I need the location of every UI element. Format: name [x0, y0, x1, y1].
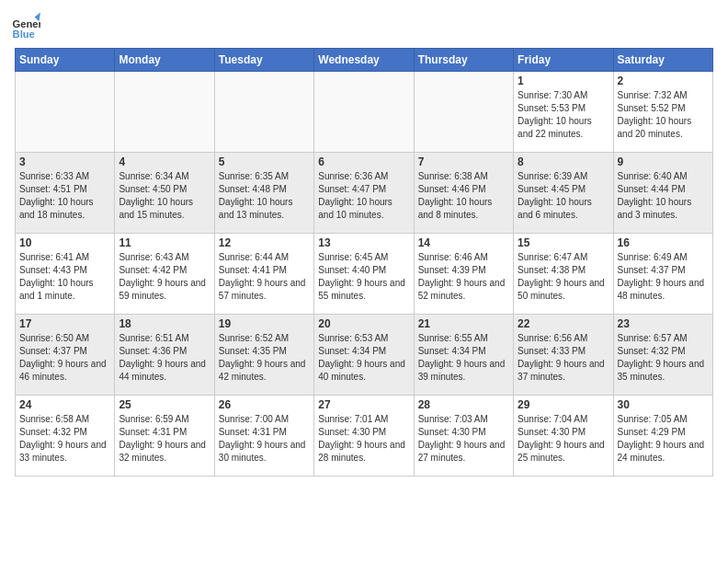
day-number: 17 — [19, 317, 110, 330]
day-info: Sunrise: 6:33 AMSunset: 4:51 PMDaylight:… — [19, 170, 110, 222]
calendar-cell: 5Sunrise: 6:35 AMSunset: 4:48 PMDaylight… — [214, 153, 313, 234]
calendar-cell — [414, 72, 513, 153]
day-info: Sunrise: 6:46 AMSunset: 4:39 PMDaylight:… — [418, 251, 509, 303]
day-number: 22 — [518, 317, 609, 330]
calendar-week-row: 10Sunrise: 6:41 AMSunset: 4:43 PMDayligh… — [16, 234, 713, 315]
day-info: Sunrise: 7:00 AMSunset: 4:31 PMDaylight:… — [219, 413, 310, 465]
day-info: Sunrise: 6:47 AMSunset: 4:38 PMDaylight:… — [518, 251, 609, 303]
calendar-header-monday: Monday — [115, 49, 214, 72]
day-info: Sunrise: 6:45 AMSunset: 4:40 PMDaylight:… — [318, 251, 409, 303]
day-number: 9 — [618, 155, 709, 168]
calendar-cell: 8Sunrise: 6:39 AMSunset: 4:45 PMDaylight… — [514, 153, 613, 234]
calendar-cell: 7Sunrise: 6:38 AMSunset: 4:46 PMDaylight… — [414, 153, 513, 234]
calendar-cell: 22Sunrise: 6:56 AMSunset: 4:33 PMDayligh… — [514, 315, 613, 396]
day-number: 5 — [219, 155, 310, 168]
day-number: 13 — [318, 236, 409, 249]
day-info: Sunrise: 6:55 AMSunset: 4:34 PMDaylight:… — [418, 332, 509, 384]
svg-text:General: General — [13, 18, 40, 29]
day-number: 7 — [418, 155, 509, 168]
calendar-cell — [214, 72, 313, 153]
calendar-cell: 11Sunrise: 6:43 AMSunset: 4:42 PMDayligh… — [115, 234, 214, 315]
calendar-cell: 3Sunrise: 6:33 AMSunset: 4:51 PMDaylight… — [16, 153, 115, 234]
calendar-cell: 30Sunrise: 7:05 AMSunset: 4:29 PMDayligh… — [613, 396, 712, 477]
day-number: 16 — [618, 236, 709, 249]
calendar-cell — [314, 72, 414, 153]
calendar-cell: 20Sunrise: 6:53 AMSunset: 4:34 PMDayligh… — [314, 315, 414, 396]
day-number: 21 — [418, 317, 509, 330]
day-info: Sunrise: 6:41 AMSunset: 4:43 PMDaylight:… — [19, 251, 110, 303]
day-info: Sunrise: 7:04 AMSunset: 4:30 PMDaylight:… — [518, 413, 609, 465]
calendar-cell — [16, 72, 115, 153]
calendar-cell: 26Sunrise: 7:00 AMSunset: 4:31 PMDayligh… — [214, 396, 313, 477]
calendar-cell: 9Sunrise: 6:40 AMSunset: 4:44 PMDaylight… — [613, 153, 712, 234]
day-number: 24 — [19, 398, 110, 411]
logo-icon: General Blue — [11, 11, 40, 40]
day-number: 2 — [618, 75, 709, 87]
day-info: Sunrise: 6:50 AMSunset: 4:37 PMDaylight:… — [19, 332, 110, 384]
calendar-header-friday: Friday — [514, 49, 613, 72]
day-number: 29 — [518, 398, 609, 411]
calendar-cell: 29Sunrise: 7:04 AMSunset: 4:30 PMDayligh… — [514, 396, 613, 477]
calendar-cell: 6Sunrise: 6:36 AMSunset: 4:47 PMDaylight… — [314, 153, 414, 234]
day-info: Sunrise: 7:05 AMSunset: 4:29 PMDaylight:… — [618, 413, 709, 465]
day-info: Sunrise: 7:32 AMSunset: 5:52 PMDaylight:… — [618, 89, 709, 141]
day-number: 20 — [318, 317, 409, 330]
day-number: 12 — [219, 236, 310, 249]
day-info: Sunrise: 6:49 AMSunset: 4:37 PMDaylight:… — [618, 251, 709, 303]
calendar-cell: 14Sunrise: 6:46 AMSunset: 4:39 PMDayligh… — [414, 234, 513, 315]
calendar-week-row: 17Sunrise: 6:50 AMSunset: 4:37 PMDayligh… — [16, 315, 713, 396]
calendar-cell: 28Sunrise: 7:03 AMSunset: 4:30 PMDayligh… — [414, 396, 513, 477]
calendar-week-row: 24Sunrise: 6:58 AMSunset: 4:32 PMDayligh… — [16, 396, 713, 477]
day-number: 30 — [618, 398, 709, 411]
day-info: Sunrise: 6:56 AMSunset: 4:33 PMDaylight:… — [518, 332, 609, 384]
day-number: 23 — [618, 317, 709, 330]
day-number: 1 — [518, 75, 609, 87]
calendar-cell: 4Sunrise: 6:34 AMSunset: 4:50 PMDaylight… — [115, 153, 214, 234]
calendar-cell: 23Sunrise: 6:57 AMSunset: 4:32 PMDayligh… — [613, 315, 712, 396]
day-info: Sunrise: 6:58 AMSunset: 4:32 PMDaylight:… — [19, 413, 110, 465]
day-number: 15 — [518, 236, 609, 249]
calendar-cell: 1Sunrise: 7:30 AMSunset: 5:53 PMDaylight… — [514, 72, 613, 153]
calendar-cell: 18Sunrise: 6:51 AMSunset: 4:36 PMDayligh… — [115, 315, 214, 396]
day-info: Sunrise: 6:43 AMSunset: 4:42 PMDaylight:… — [119, 251, 210, 303]
calendar-header-thursday: Thursday — [414, 49, 513, 72]
calendar-cell: 17Sunrise: 6:50 AMSunset: 4:37 PMDayligh… — [16, 315, 115, 396]
day-number: 27 — [318, 398, 409, 411]
day-number: 25 — [119, 398, 210, 411]
day-number: 10 — [19, 236, 110, 249]
svg-text:Blue: Blue — [13, 29, 35, 40]
calendar-cell: 19Sunrise: 6:52 AMSunset: 4:35 PMDayligh… — [214, 315, 313, 396]
day-info: Sunrise: 6:59 AMSunset: 4:31 PMDaylight:… — [119, 413, 210, 465]
day-info: Sunrise: 6:38 AMSunset: 4:46 PMDaylight:… — [418, 170, 509, 222]
calendar-cell: 21Sunrise: 6:55 AMSunset: 4:34 PMDayligh… — [414, 315, 513, 396]
day-info: Sunrise: 7:03 AMSunset: 4:30 PMDaylight:… — [418, 413, 509, 465]
calendar-table: SundayMondayTuesdayWednesdayThursdayFrid… — [15, 48, 713, 477]
calendar-cell — [115, 72, 214, 153]
calendar-cell: 25Sunrise: 6:59 AMSunset: 4:31 PMDayligh… — [115, 396, 214, 477]
day-info: Sunrise: 7:01 AMSunset: 4:30 PMDaylight:… — [318, 413, 409, 465]
calendar-cell: 16Sunrise: 6:49 AMSunset: 4:37 PMDayligh… — [613, 234, 712, 315]
day-number: 19 — [219, 317, 310, 330]
calendar-cell: 13Sunrise: 6:45 AMSunset: 4:40 PMDayligh… — [314, 234, 414, 315]
calendar-header-row: SundayMondayTuesdayWednesdayThursdayFrid… — [16, 49, 713, 72]
day-info: Sunrise: 7:30 AMSunset: 5:53 PMDaylight:… — [518, 89, 609, 141]
day-info: Sunrise: 6:34 AMSunset: 4:50 PMDaylight:… — [119, 170, 210, 222]
day-number: 6 — [318, 155, 409, 168]
day-info: Sunrise: 6:57 AMSunset: 4:32 PMDaylight:… — [618, 332, 709, 384]
day-info: Sunrise: 6:44 AMSunset: 4:41 PMDaylight:… — [219, 251, 310, 303]
day-info: Sunrise: 6:53 AMSunset: 4:34 PMDaylight:… — [318, 332, 409, 384]
calendar-header-wednesday: Wednesday — [314, 49, 414, 72]
day-number: 3 — [19, 155, 110, 168]
calendar-week-row: 3Sunrise: 6:33 AMSunset: 4:51 PMDaylight… — [16, 153, 713, 234]
day-info: Sunrise: 6:35 AMSunset: 4:48 PMDaylight:… — [219, 170, 310, 222]
day-info: Sunrise: 6:52 AMSunset: 4:35 PMDaylight:… — [219, 332, 310, 384]
day-number: 18 — [119, 317, 210, 330]
day-number: 26 — [219, 398, 310, 411]
day-info: Sunrise: 6:39 AMSunset: 4:45 PMDaylight:… — [518, 170, 609, 222]
page-header: General Blue — [0, 0, 728, 48]
day-number: 28 — [418, 398, 509, 411]
calendar-cell: 24Sunrise: 6:58 AMSunset: 4:32 PMDayligh… — [16, 396, 115, 477]
day-number: 14 — [418, 236, 509, 249]
day-number: 8 — [518, 155, 609, 168]
calendar-cell: 15Sunrise: 6:47 AMSunset: 4:38 PMDayligh… — [514, 234, 613, 315]
